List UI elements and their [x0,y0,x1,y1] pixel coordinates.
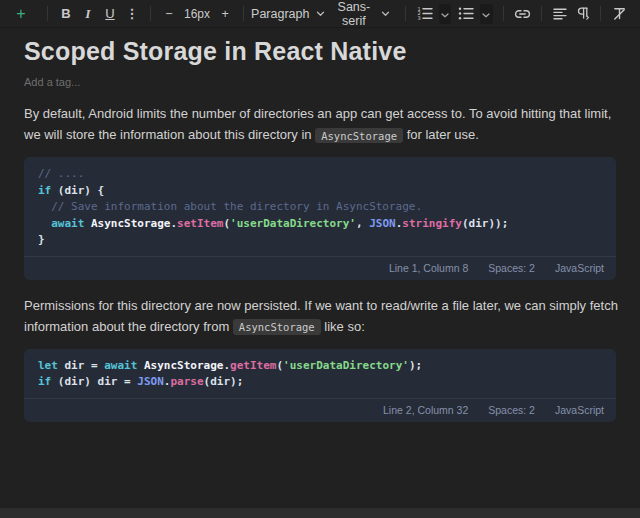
code-line: let dir = await AsyncStorage.getItem('us… [38,358,602,375]
ordered-list-options-button[interactable] [439,4,452,24]
editor-paragraph[interactable]: By default, Android limits the number of… [24,103,618,146]
formatting-toolbar: + B I U ⋮ − 16px + Paragraph Sans-serif [0,0,640,28]
ordered-list-button[interactable]: 1 2 3 [413,3,436,25]
cursor-position-label: Line 2, Column 32 [383,404,468,416]
paragraph-direction-button[interactable] [571,3,593,25]
clear-formatting-button[interactable] [608,3,630,25]
horizontal-scrollbar-track [0,508,640,518]
align-left-icon [553,8,567,20]
code-line: if (dir) { [38,183,602,200]
code-status-bar: Line 1, Column 8 Spaces: 2 JavaScript [24,256,616,280]
toolbar-separator [600,6,601,21]
insert-link-button[interactable] [511,3,534,25]
language-label: JavaScript [555,262,604,274]
unordered-list-options-button[interactable] [480,4,493,24]
font-size-value: 16px [180,7,214,21]
indentation-label: Spaces: 2 [488,262,535,274]
underline-button[interactable]: U [99,3,121,25]
toolbar-separator [150,6,151,21]
chevron-down-icon [482,6,490,21]
add-tag-input[interactable]: Add a tag... [24,76,616,88]
cursor-position-label: Line 1, Column 8 [389,262,468,274]
link-icon [514,8,531,20]
bold-button[interactable]: B [55,3,77,25]
toolbar-separator [541,6,542,21]
unordered-list-button[interactable] [454,3,477,25]
ordered-list-icon: 1 2 3 [417,7,433,20]
indentation-label: Spaces: 2 [488,404,535,416]
toolbar-separator [243,6,244,21]
code-line: // Save information about the directory … [38,199,602,216]
font-family-dropdown[interactable]: Sans-serif [326,3,399,25]
note-editor-app: + B I U ⋮ − 16px + Paragraph Sans-serif [0,0,640,518]
toolbar-separator [405,6,406,21]
italic-button[interactable]: I [77,3,99,25]
language-label: JavaScript [555,404,604,416]
code-line: await AsyncStorage.setItem('userDataDire… [38,216,602,233]
toolbar-separator [47,6,48,21]
inline-code-chip: AsyncStorage [315,128,403,144]
chevron-down-icon [441,6,449,21]
code-block: let dir = await AsyncStorage.getItem('us… [24,349,616,422]
more-formatting-button[interactable]: ⋮ [121,3,143,25]
code-status-bar: Line 2, Column 32 Spaces: 2 JavaScript [24,398,616,422]
unordered-list-icon [458,7,474,20]
editor-paragraph[interactable]: Permissions for this directory are now p… [24,295,618,338]
inline-code-chip: AsyncStorage [233,319,321,335]
chevron-down-icon [381,11,390,17]
chevron-down-icon [316,11,325,17]
svg-text:3: 3 [417,15,420,20]
paragraph-style-label: Paragraph [251,7,309,21]
add-block-button[interactable]: + [10,3,32,25]
align-left-button[interactable] [549,3,571,25]
code-editor-area[interactable]: let dir = await AsyncStorage.getItem('us… [24,349,616,398]
decrease-font-size-button[interactable]: − [158,3,180,25]
code-line: } [38,232,602,249]
code-line: if (dir) dir = JSON.parse(dir); [38,374,602,391]
note-title-input[interactable]: Scoped Storage in React Native [24,37,616,66]
code-block: // ....if (dir) { // Save information ab… [24,157,616,280]
paragraph-direction-icon [575,7,590,20]
code-line: // .... [38,166,602,183]
code-editor-area[interactable]: // ....if (dir) { // Save information ab… [24,157,616,256]
toolbar-separator [503,6,504,21]
increase-font-size-button[interactable]: + [214,3,236,25]
clear-formatting-icon [612,7,627,20]
paragraph-style-dropdown[interactable]: Paragraph [251,3,325,25]
font-family-label: Sans-serif [334,0,375,28]
